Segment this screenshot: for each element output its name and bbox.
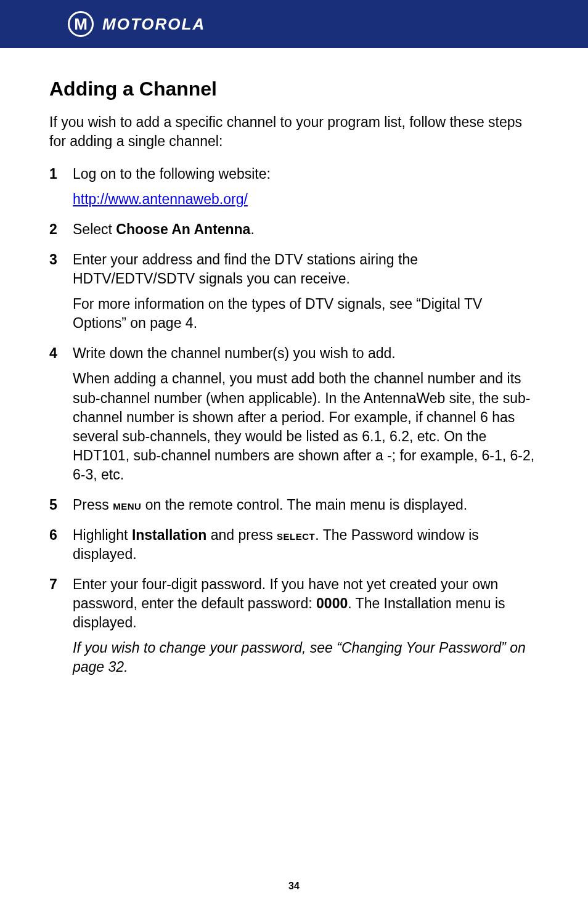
step-5-menu-key: menu xyxy=(113,498,141,512)
step-6: Highlight Installation and press select.… xyxy=(49,526,539,564)
step-3-p2: For more information on the types of DTV… xyxy=(73,295,539,333)
steps-list: Log on to the following website: http://… xyxy=(49,165,539,677)
step-5: Press menu on the remote control. The ma… xyxy=(49,495,539,515)
motorola-batwing-icon: M xyxy=(68,11,94,37)
section-title: Adding a Channel xyxy=(49,78,539,100)
step-2-bold: Choose An Antenna xyxy=(116,221,250,237)
brand-wordmark: MOTOROLA xyxy=(102,15,205,34)
page: M MOTOROLA Adding a Channel If you wish … xyxy=(0,0,588,909)
step-5-post: on the remote control. The main menu is … xyxy=(141,497,467,513)
step-4: Write down the channel number(s) you wis… xyxy=(49,344,539,484)
step-1: Log on to the following website: http://… xyxy=(49,165,539,209)
step-2-post: . xyxy=(250,221,254,237)
step-4-p1: Write down the channel number(s) you wis… xyxy=(73,345,396,361)
header-bar: M MOTOROLA xyxy=(0,0,588,48)
logo-glyph: M xyxy=(74,16,88,32)
step-3: Enter your address and find the DTV stat… xyxy=(49,250,539,333)
page-number: 34 xyxy=(0,881,588,892)
content-area: Adding a Channel If you wish to add a sp… xyxy=(0,48,588,677)
step-5-pre: Press xyxy=(73,497,113,513)
step-2-pre: Select xyxy=(73,221,116,237)
step-7-bold: 0000 xyxy=(316,595,348,611)
antennaweb-link[interactable]: http://www.antennaweb.org/ xyxy=(73,191,248,207)
step-7-note: If you wish to change your password, see… xyxy=(73,638,539,677)
step-6-bold: Installation xyxy=(132,527,206,543)
intro-paragraph: If you wish to add a specific channel to… xyxy=(49,113,539,151)
step-6-mid: and press xyxy=(206,527,277,543)
step-2: Select Choose An Antenna. xyxy=(49,220,539,239)
step-6-pre: Highlight xyxy=(73,527,132,543)
step-6-select-key: select xyxy=(277,528,315,542)
step-3-p1: Enter your address and find the DTV stat… xyxy=(73,251,418,287)
step-1-text: Log on to the following website: xyxy=(73,166,271,182)
step-7: Enter your four-digit password. If you h… xyxy=(49,575,539,677)
brand-logo: M MOTOROLA xyxy=(68,11,205,37)
step-4-p2: When adding a channel, you must add both… xyxy=(73,369,539,484)
